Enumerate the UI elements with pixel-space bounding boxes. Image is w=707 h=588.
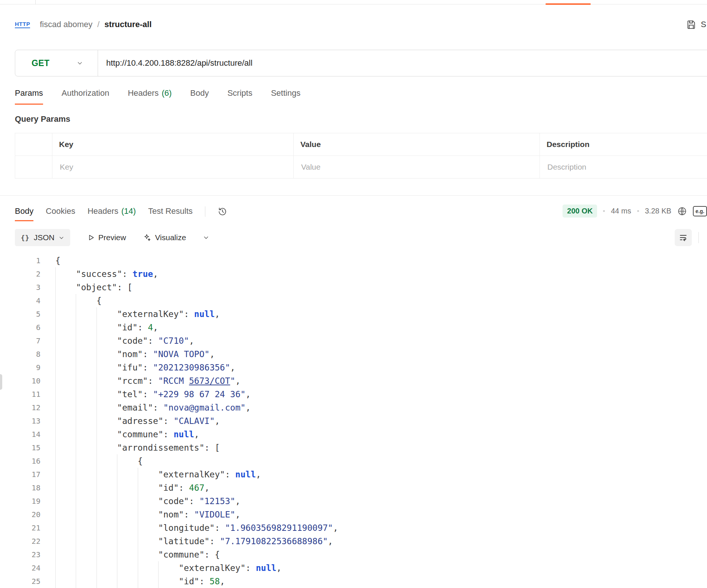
response-tab-cookies-label: Cookies — [46, 206, 75, 216]
tab-divider — [35, 0, 36, 4]
save-button[interactable]: S — [686, 5, 706, 44]
sparkle-icon — [143, 233, 151, 242]
param-description-input[interactable] — [547, 162, 707, 172]
left-scroll-handle[interactable] — [0, 374, 2, 390]
code-line: 6"id": 4, — [0, 321, 707, 334]
line-number: 15 — [0, 441, 40, 454]
eg-badge[interactable]: e.g. — [693, 206, 707, 216]
line-number: 24 — [0, 561, 40, 575]
response-history-button[interactable] — [218, 207, 227, 218]
code-line: 16{ — [0, 454, 707, 468]
query-params-table: Key Value Description — [15, 133, 707, 179]
code-line: 19"code": "12153", — [0, 494, 707, 508]
line-number: 23 — [0, 548, 40, 561]
line-number: 1 — [0, 254, 40, 267]
indent-guide — [97, 454, 117, 468]
indent-guide — [117, 561, 137, 575]
indent-guide — [138, 481, 158, 494]
indent-guide — [76, 548, 96, 561]
indent-guide — [55, 361, 76, 374]
tab-body[interactable]: Body — [190, 88, 209, 105]
param-value-input[interactable] — [300, 162, 540, 172]
response-toolbar-right — [675, 229, 707, 246]
tab-settings-label: Settings — [271, 88, 301, 98]
code-line: 10"rccm": "RCCM 5673/COT", — [0, 374, 707, 388]
tab-headers[interactable]: Headers(6) — [128, 88, 172, 105]
code-line: 22"latitude": "7.17910822536688986", — [0, 535, 707, 548]
format-select[interactable]: {} JSON — [15, 229, 70, 246]
response-tab-cookies[interactable]: Cookies — [46, 206, 75, 221]
tab-bar-remnant — [0, 0, 707, 4]
indent-guide — [55, 441, 76, 454]
response-tab-body[interactable]: Body — [15, 206, 33, 221]
visualize-label: Visualize — [155, 233, 186, 242]
indent-guide — [55, 481, 76, 494]
indent-guide — [76, 521, 96, 535]
meta-dot — [603, 210, 605, 212]
indent-guide — [76, 361, 96, 374]
tab-authorization[interactable]: Authorization — [62, 88, 109, 105]
line-number: 3 — [0, 281, 40, 294]
play-icon — [87, 234, 95, 241]
indent-guide — [117, 468, 137, 481]
indent-guide — [97, 361, 117, 374]
code-line: 4{ — [0, 294, 707, 307]
response-tab-headers-label: Headers — [88, 206, 118, 216]
indent-guide — [97, 508, 117, 521]
tab-body-label: Body — [190, 88, 209, 98]
indent-guide — [76, 441, 96, 454]
clock-history-icon — [218, 207, 227, 216]
line-number: 22 — [0, 535, 40, 548]
indent-guide — [158, 575, 179, 588]
code-line: 14"commune": null, — [0, 428, 707, 441]
indent-guide — [55, 428, 76, 441]
response-tab-test-results[interactable]: Test Results — [148, 206, 193, 221]
url-input[interactable] — [98, 58, 707, 68]
status-badge[interactable]: 200 OK — [563, 205, 597, 218]
query-params-header-row: Key Value Description — [15, 133, 707, 156]
indent-guide — [117, 575, 137, 588]
indent-guide — [76, 414, 96, 428]
indent-guide — [55, 374, 76, 388]
format-more-button[interactable] — [203, 235, 209, 241]
preview-button[interactable]: Preview — [87, 233, 126, 242]
tab-authorization-label: Authorization — [62, 88, 109, 98]
code-line: 20"nom": "VIDOLE", — [0, 508, 707, 521]
breadcrumb-collection[interactable]: fiscad abomey — [40, 20, 92, 29]
visualize-button[interactable]: Visualize — [143, 233, 186, 242]
indent-guide — [138, 468, 158, 481]
method-select[interactable]: GET — [15, 50, 98, 76]
code-line: 3"object": [ — [0, 281, 707, 294]
line-number: 14 — [0, 428, 40, 441]
globe-icon[interactable] — [677, 206, 687, 216]
indent-guide — [76, 481, 96, 494]
method-label: GET — [32, 58, 49, 68]
indent-guide — [97, 521, 117, 535]
response-meta: 200 OK 44 ms 3.28 KB e.g. — [563, 205, 707, 218]
chevron-down-icon — [203, 235, 209, 241]
response-tab-headers-count: (14) — [121, 206, 136, 216]
response-section-divider — [0, 195, 707, 196]
line-number: 8 — [0, 347, 40, 361]
indent-guide — [76, 388, 96, 401]
indent-guide — [55, 334, 76, 347]
response-body-viewer[interactable]: 1{2"success": true,3"object": [4{5"exter… — [0, 254, 707, 588]
param-key-input[interactable] — [59, 162, 293, 172]
indent-guide — [117, 521, 137, 535]
code-line: 8"nom": "NOVA TOPO", — [0, 347, 707, 361]
tab-params[interactable]: Params — [15, 88, 43, 105]
code-line: 25"id": 58, — [0, 575, 707, 588]
indent-guide — [76, 454, 96, 468]
response-tab-headers[interactable]: Headers(14) — [88, 206, 136, 221]
response-tab-test-results-label: Test Results — [148, 206, 193, 216]
indent-guide — [97, 374, 117, 388]
code-line: 9"ifu": "2021230986356", — [0, 361, 707, 374]
indent-guide — [55, 494, 76, 508]
wrap-text-button[interactable] — [675, 229, 692, 246]
tab-scripts[interactable]: Scripts — [227, 88, 252, 105]
indent-guide — [97, 561, 117, 575]
indent-guide — [55, 401, 76, 414]
indent-guide — [117, 454, 137, 468]
code-line: 1{ — [0, 254, 707, 267]
tab-settings[interactable]: Settings — [271, 88, 301, 105]
